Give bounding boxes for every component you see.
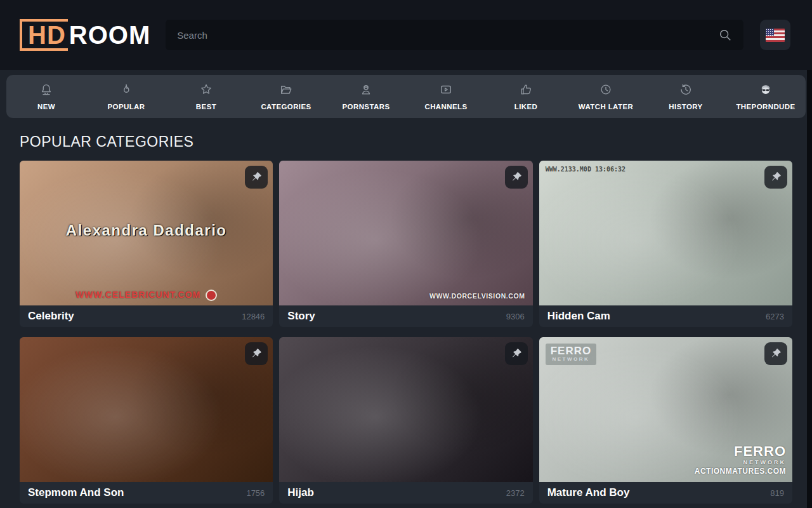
search-icon[interactable] (718, 28, 732, 42)
category-card-footer: Celebrity 12846 (20, 305, 273, 327)
play-screen-icon (439, 83, 453, 99)
search-input[interactable] (177, 30, 718, 41)
category-thumbnail-placeholder[interactable]: FERRO NETWORK FERRO NETWORK ACTIONMATURE… (539, 337, 792, 482)
logo-hd-text: HD (28, 21, 66, 49)
category-card-footer: Mature And Boy 819 (539, 482, 792, 504)
category-title: Celebrity (28, 310, 74, 323)
star-icon (199, 83, 213, 99)
category-title: Mature And Boy (547, 486, 630, 499)
category-title: Hijab (287, 486, 314, 499)
category-card[interactable]: FERRO NETWORK FERRO NETWORK ACTIONMATURE… (539, 337, 792, 504)
nav-item-channels[interactable]: CHANNELS (406, 75, 486, 118)
nav-item-best[interactable]: BEST (166, 75, 246, 118)
pin-button[interactable] (505, 342, 528, 365)
thumbnail-texture (20, 337, 273, 482)
category-count: 12846 (242, 312, 265, 321)
category-card[interactable]: WWW.DORCELVISION.COM Story 9306 (279, 161, 532, 327)
pin-button[interactable] (764, 166, 787, 189)
logo-bracket: HD (20, 19, 68, 51)
category-count: 1756 (246, 488, 265, 498)
folder-icon (279, 83, 293, 99)
history-clock-icon (679, 83, 693, 99)
nav-item-theporndude[interactable]: THEPORNDUDE (726, 75, 806, 118)
camera-timestamp-overlay: WWW.2133.M0D 13:06:32 (546, 166, 625, 173)
thumbnail-caption-text: Alexandra Daddario (20, 222, 273, 239)
page-title: POPULAR CATEGORIES (20, 133, 792, 150)
category-count: 6273 (766, 312, 784, 321)
thumbnail-texture (539, 161, 792, 305)
nav-item-liked[interactable]: LIKED (486, 75, 566, 118)
bell-icon (39, 83, 53, 99)
us-flag-icon (766, 29, 785, 42)
watermark-corner-text: WWW.DORCELVISION.COM (429, 292, 525, 300)
flame-icon (119, 83, 133, 99)
thumbnail-texture (279, 337, 532, 482)
nav-item-popular[interactable]: POPULAR (86, 75, 166, 118)
category-thumbnail-placeholder[interactable]: Alexandra Daddario WWW.CELEBRICUNT.COM (20, 161, 273, 305)
dude-face-icon (759, 83, 773, 99)
nav-item-watch-later[interactable]: WATCH LATER (566, 75, 646, 118)
nav-item-history[interactable]: HISTORY (646, 75, 726, 118)
search-bar[interactable] (166, 20, 743, 50)
category-card[interactable]: Stepmom And Son 1756 (20, 337, 273, 504)
thumb-up-icon (519, 83, 533, 99)
category-card-footer: Hidden Cam 6273 (539, 305, 792, 327)
category-card[interactable]: Hijab 2372 (279, 337, 532, 504)
language-button[interactable] (760, 20, 790, 50)
category-thumbnail-placeholder[interactable]: WWW.DORCELVISION.COM (279, 161, 532, 305)
category-title: Stepmom And Son (28, 486, 124, 499)
thumbnail-texture (279, 161, 532, 305)
person-icon (359, 83, 373, 99)
watermark-badge-icon (206, 290, 217, 301)
nav-item-pornstars[interactable]: PORNSTARS (326, 75, 406, 118)
nav-item-new[interactable]: NEW (6, 75, 86, 118)
pin-button[interactable] (245, 342, 268, 365)
clock-icon (599, 83, 613, 99)
site-logo[interactable]: HDROOM (20, 19, 150, 51)
category-card[interactable]: Alexandra Daddario WWW.CELEBRICUNT.COM C… (20, 161, 273, 327)
category-card-footer: Hijab 2372 (279, 482, 532, 504)
category-thumbnail-placeholder[interactable] (20, 337, 273, 482)
category-count: 9306 (506, 312, 525, 321)
logo-room-text: ROOM (69, 22, 150, 48)
category-thumbnail-placeholder[interactable] (279, 337, 532, 482)
pin-button[interactable] (764, 342, 787, 365)
category-count: 2372 (506, 488, 525, 498)
studio-watermark: FERRO NETWORK ACTIONMATURES.COM (695, 445, 786, 477)
category-count: 819 (770, 488, 784, 498)
studio-badge: FERRO NETWORK (546, 344, 597, 365)
category-card[interactable]: WWW.2133.M0D 13:06:32 Hidden Ca (539, 161, 792, 327)
category-thumbnail-placeholder[interactable]: WWW.2133.M0D 13:06:32 (539, 161, 792, 305)
nav-item-categories[interactable]: CATEGORIES (246, 75, 326, 118)
main-navigation: NEW POPULAR BEST CATEGORIES PORNSTARS CH… (6, 75, 806, 118)
pin-button[interactable] (245, 166, 268, 189)
category-card-footer: Stepmom And Son 1756 (20, 482, 273, 504)
header: HDROOM (0, 0, 812, 70)
category-grid: Alexandra Daddario WWW.CELEBRICUNT.COM C… (20, 161, 792, 504)
category-card-footer: Story 9306 (279, 305, 532, 327)
category-title: Hidden Cam (547, 310, 610, 323)
watermark-text: WWW.CELEBRICUNT.COM (20, 290, 273, 301)
category-title: Story (287, 310, 315, 323)
pin-button[interactable] (505, 166, 528, 189)
scrollbar-track[interactable] (807, 70, 812, 508)
